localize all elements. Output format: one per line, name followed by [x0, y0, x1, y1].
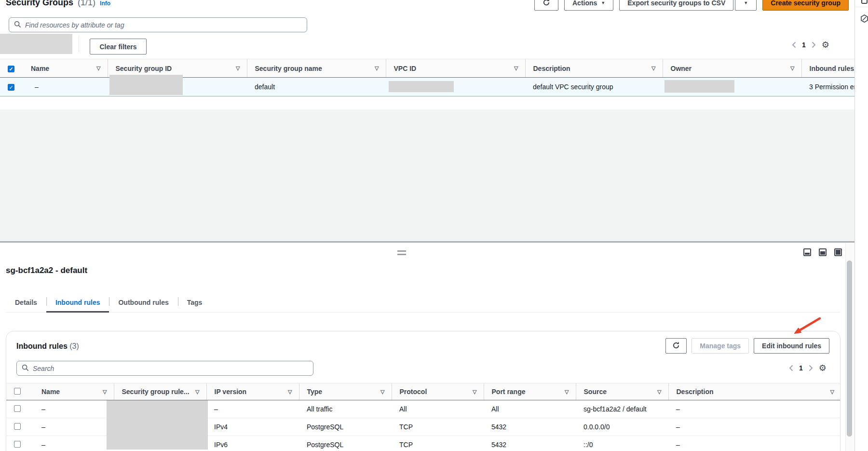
export-split-button: Export security groups to CSV ▼: [619, 0, 757, 11]
cell-protocol: All: [392, 400, 484, 418]
table-settings-gear-icon[interactable]: ⚙: [822, 41, 829, 49]
groups-column-header[interactable]: Owner ▽: [663, 59, 801, 78]
groups-column-header[interactable]: VPC ID ▽: [386, 59, 525, 78]
rules-column-header[interactable]: Security group rule... ▽: [114, 383, 206, 400]
sort-icon[interactable]: ▽: [657, 389, 662, 395]
select-all-checkbox[interactable]: ✓: [8, 66, 14, 72]
panel-size-full-icon[interactable]: [834, 248, 842, 256]
sort-icon[interactable]: ▽: [380, 389, 385, 395]
rules-refresh-button[interactable]: [665, 338, 687, 354]
groups-column-header[interactable]: Description ▽: [525, 59, 663, 78]
page-number[interactable]: 1: [802, 41, 806, 49]
sort-icon[interactable]: ▽: [103, 389, 108, 395]
caret-down-icon: ▼: [601, 0, 605, 5]
table-settings-gear-icon[interactable]: ⚙: [819, 364, 827, 372]
detail-tab[interactable]: Inbound rules: [46, 293, 109, 313]
rules-table-header-row: Name ▽ Security group rule... ▽: [6, 383, 841, 400]
redaction-security-group-id: [109, 75, 183, 95]
side-panel-hexagon-icon[interactable]: [860, 14, 868, 24]
side-panel-top-icon[interactable]: [861, 0, 868, 4]
column-label: Security group rule...: [122, 388, 190, 396]
sort-icon[interactable]: ▽: [375, 65, 380, 71]
sort-icon[interactable]: ▽: [195, 389, 200, 395]
inbound-rules-actions: Manage tags Edit inbound rules: [665, 338, 829, 354]
previous-page-icon[interactable]: [792, 41, 796, 48]
cell-port-range: 5432: [484, 418, 576, 436]
panel-size-small-icon[interactable]: [803, 248, 811, 256]
search-icon: [14, 21, 21, 29]
redaction-owner: [665, 80, 734, 93]
resource-count: (1/1): [78, 0, 95, 8]
cell-name: –: [34, 436, 114, 451]
column-label: Owner: [671, 65, 692, 72]
manage-tags-button[interactable]: Manage tags: [692, 338, 749, 354]
refresh-icon: [672, 342, 680, 351]
column-label: Name: [31, 65, 49, 72]
column-label: Name: [41, 388, 60, 396]
cell-protocol: TCP: [392, 418, 484, 436]
column-label: IP version: [215, 388, 247, 396]
sort-icon[interactable]: ▽: [236, 65, 241, 71]
row-checkbox[interactable]: [14, 423, 21, 430]
clear-filters-button[interactable]: Clear filters: [90, 39, 147, 55]
groups-column-header[interactable]: Security group name ▽: [247, 59, 386, 78]
groups-column-header[interactable]: Inbound rules c ▽: [801, 59, 854, 78]
tab-label: Tags: [187, 299, 203, 306]
cell-security-group-name[interactable]: default: [247, 78, 386, 96]
previous-page-icon[interactable]: [789, 365, 793, 371]
row-checkbox[interactable]: ✓: [8, 84, 14, 91]
select-all-checkbox[interactable]: [14, 388, 21, 395]
next-page-icon[interactable]: [812, 41, 816, 48]
actions-button-label: Actions: [572, 0, 597, 7]
sort-icon[interactable]: ▽: [514, 65, 519, 71]
cell-description: –: [668, 418, 841, 436]
column-label: Security group ID: [116, 65, 172, 72]
groups-column-header[interactable]: Name ▽: [23, 59, 108, 78]
sort-icon[interactable]: ▽: [790, 65, 795, 71]
side-panel-divider: [855, 7, 868, 7]
detail-tabs: Details Inbound rules Outbound rules Tag…: [6, 293, 841, 313]
sort-icon[interactable]: ▽: [473, 389, 477, 395]
vertical-scrollbar-thumb[interactable]: [847, 260, 852, 437]
cell-protocol: TCP: [392, 436, 484, 451]
refresh-button[interactable]: [534, 0, 558, 11]
rules-column-header[interactable]: Type ▽: [299, 383, 392, 400]
rules-column-header[interactable]: IP version ▽: [206, 383, 299, 400]
column-label: Type: [307, 388, 323, 396]
security-groups-page: Security Groups (1/1) Info Actions ▼ Exp…: [0, 0, 868, 451]
sort-icon[interactable]: ▽: [565, 389, 570, 395]
sort-icon[interactable]: ▽: [830, 389, 835, 395]
rules-column-header[interactable]: Name ▽: [34, 383, 114, 400]
panel-size-medium-icon[interactable]: [819, 248, 827, 256]
row-checkbox[interactable]: [14, 405, 21, 412]
export-csv-button[interactable]: Export security groups to CSV: [619, 0, 733, 11]
rules-column-header[interactable]: Description ▽: [668, 383, 841, 400]
cell-type: PostgreSQL: [299, 418, 392, 436]
sort-icon[interactable]: ▽: [651, 65, 656, 71]
actions-button[interactable]: Actions ▼: [564, 0, 613, 11]
row-checkbox[interactable]: [14, 441, 21, 448]
cell-port-range: 5432: [484, 436, 576, 451]
inbound-rules-count: (3): [69, 342, 79, 350]
resource-search-input[interactable]: [25, 21, 302, 29]
cell-ip-version: IPv6: [206, 436, 299, 451]
detail-tab[interactable]: Outbound rules: [109, 293, 177, 313]
edit-inbound-rules-button[interactable]: Edit inbound rules: [754, 338, 829, 354]
rules-search-input[interactable]: [33, 365, 308, 372]
tab-label: Outbound rules: [118, 299, 168, 306]
rules-column-header[interactable]: Source ▽: [576, 383, 668, 400]
next-page-icon[interactable]: [809, 365, 813, 371]
check-icon: ✓: [9, 84, 13, 90]
sort-icon[interactable]: ▽: [96, 65, 101, 71]
split-drag-handle[interactable]: [397, 250, 406, 255]
create-security-group-button[interactable]: Create security group: [762, 0, 849, 11]
page-number[interactable]: 1: [799, 364, 803, 372]
search-icon: [22, 364, 29, 373]
rules-column-header[interactable]: Protocol ▽: [392, 383, 484, 400]
rules-column-header[interactable]: Port range ▽: [484, 383, 576, 400]
info-link[interactable]: Info: [100, 0, 110, 7]
export-dropdown-button[interactable]: ▼: [735, 0, 757, 11]
sort-icon[interactable]: ▽: [288, 389, 293, 395]
detail-tab[interactable]: Tags: [178, 293, 212, 313]
detail-tab[interactable]: Details: [6, 293, 46, 313]
